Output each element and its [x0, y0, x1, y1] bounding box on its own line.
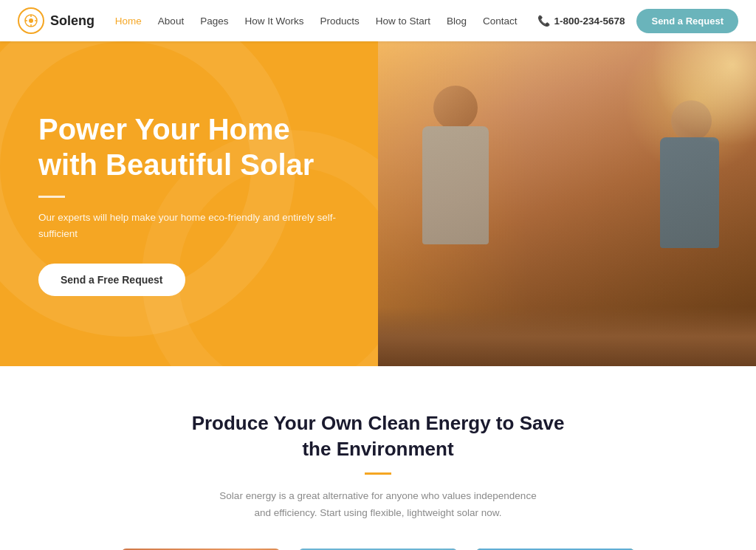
brand-name: Soleng	[50, 13, 94, 29]
hero-subtitle: Our experts will help make your home eco…	[38, 210, 340, 241]
nav-home[interactable]: Home	[115, 16, 142, 27]
logo-link[interactable]: Soleng	[18, 7, 94, 34]
nav-how-it-works[interactable]: How It Works	[244, 16, 303, 27]
nav-blog[interactable]: Blog	[447, 16, 467, 27]
nav-contact[interactable]: Contact	[483, 16, 518, 27]
section-subtitle: Solar energy is a great alternative for …	[216, 488, 540, 522]
hero-left-panel: Power Your Home with Beautiful Solar Our…	[0, 41, 378, 366]
phone-icon: 📞	[537, 15, 550, 27]
clean-energy-section: Produce Your Own Clean Energy to Save th…	[0, 366, 756, 550]
hero-divider	[38, 196, 65, 198]
hero-section: Power Your Home with Beautiful Solar Our…	[0, 41, 756, 366]
nav-links: Home About Pages How It Works Products H…	[115, 14, 518, 27]
navbar: Soleng Home About Pages How It Works Pro…	[0, 0, 756, 41]
section-divider	[365, 472, 391, 475]
free-request-button[interactable]: Send a Free Request	[38, 264, 185, 296]
hero-right-panel	[378, 41, 756, 366]
svg-point-1	[29, 18, 33, 23]
nav-pages[interactable]: Pages	[200, 16, 228, 27]
hero-image	[378, 41, 756, 366]
logo-icon	[18, 7, 44, 34]
nav-right: 📞 1-800-234-5678 Send a Request	[537, 9, 738, 33]
hero-title: Power Your Home with Beautiful Solar	[38, 111, 340, 182]
phone-number: 📞 1-800-234-5678	[537, 15, 625, 27]
nav-products[interactable]: Products	[320, 16, 359, 27]
section-title: Produce Your Own Clean Energy to Save th…	[186, 410, 570, 462]
nav-how-to-start[interactable]: How to Start	[376, 16, 430, 27]
send-request-button[interactable]: Send a Request	[636, 9, 738, 33]
nav-about[interactable]: About	[158, 16, 184, 27]
